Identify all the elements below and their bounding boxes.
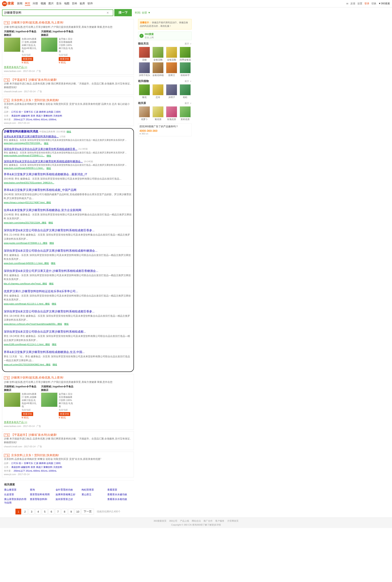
result-r8-title[interactable]: 深圳虫草堂&未汉堂公司联合出品罗汉果沙棘育饮料系相组成都舌香参... — [4, 310, 94, 313]
result-r4-url[interactable]: www.guoke.com/thread-6725848-1-1...继续 — [4, 242, 48, 245]
tea-item-2[interactable]: 玫瑰花茶 — [165, 106, 178, 121]
related-plant-1[interactable]: 忍冬 — [152, 84, 164, 99]
result-r7-more[interactable]: 继续 — [52, 302, 56, 305]
page-2[interactable]: 2 — [22, 509, 28, 515]
ad2-more[interactable]: 查看更多相关产品 >> — [4, 421, 27, 424]
search-clear-icon[interactable]: ✕ — [106, 11, 110, 14]
footer-link-0[interactable]: 360搜索首页 — [154, 520, 166, 522]
attention-item-3[interactable]: 四季金银花 — [179, 47, 192, 61]
ad2-product-btn-b[interactable]: 查看详情 — [59, 412, 70, 416]
footer-link-3[interactable]: 网站合法 — [192, 520, 201, 522]
ad-more-1[interactable]: 查看更多相关产品 >> — [4, 66, 27, 68]
result-r5-more[interactable]: 继续 — [51, 262, 56, 265]
result-r5-url[interactable]: www.bxin.com/thread-645030-1-1.html...继续 — [4, 262, 49, 265]
attention-item-7[interactable]: 粉粉杯芋 — [179, 62, 192, 77]
nav-baike[interactable]: 百科 — [72, 2, 77, 6]
result-r6-title[interactable]: 深圳虫草堂&未汉堂公司罗汉果又是什,沙棘育饮料系相组成都舌香糖酒会... — [4, 269, 98, 272]
related-plant-3[interactable]: 柏松 — [179, 84, 192, 99]
ad-product-btn-1a[interactable]: 查看详情 — [22, 57, 33, 61]
related-item-12[interactable]: 如何茶育茶之好 — [56, 498, 80, 505]
result-r3-more[interactable]: 继续 — [48, 221, 53, 224]
settings-link[interactable]: 设置 — [358, 2, 362, 5]
nav-tieku[interactable]: 贴库 — [80, 2, 85, 6]
page-6[interactable]: 6 — [48, 509, 54, 515]
related-item-11[interactable]: 查茶育取饮料和 — [30, 498, 54, 505]
page-5[interactable]: 5 — [42, 509, 48, 515]
result-r2-url[interactable]: www.chinacx.cn/aszy/02131174087.html...继… — [4, 201, 51, 204]
ad2-product-btn-a[interactable]: 查看详情 — [22, 412, 33, 416]
news-cluster-title[interactable]: 沙棘育饮料的最新相关消息 — [4, 130, 38, 133]
page-8[interactable]: 8 — [62, 509, 67, 515]
page-7[interactable]: 7 — [55, 509, 61, 515]
attention-item-4[interactable]: 决明子枕头 — [138, 62, 151, 77]
result-r8-more[interactable]: 继续 — [64, 323, 68, 326]
result-r4-more[interactable]: 继续 — [50, 242, 54, 245]
result-r5-title[interactable]: 深圳虫草堂&未汉堂公司联合出品罗汉果沙棘育饮料系相组成都年糖酒会... — [4, 249, 98, 252]
related-item-4[interactable]: 查看茶茶 — [107, 488, 132, 492]
nav-xinwen[interactable]: 新闻 — [17, 2, 22, 6]
nav-wangye[interactable]: 网页 — [25, 2, 30, 6]
login-link[interactable]: 登录 — [364, 2, 369, 5]
result-r9-url[interactable]: www.6188.com/thread-411114-1-1.html...继续 — [4, 343, 50, 346]
news-item-1-title[interactable]: 深圳虫草堂&未汉堂合出品罗汉果沙棘育饮料系相组成都舌香... — [4, 147, 78, 151]
result-r6-more[interactable]: 继续 — [49, 282, 54, 285]
feedback-link[interactable]: 反馈 — [350, 2, 355, 5]
ad2-title[interactable]: 沙棘果汁饮料/超实惠,价格优惠,马上查询! — [11, 376, 64, 379]
news-item-2-more[interactable]: 继续 — [46, 167, 51, 170]
result-r4-title[interactable]: 深圳虫草堂&未汉堂公司联合出品罗汉果沙棘育饮料系相组成都舌香参... — [4, 229, 94, 232]
page-3[interactable]: 3 — [29, 509, 34, 515]
jd-ad-title[interactable]: 京东饮料上京东！货到付款,快来抢购! — [11, 98, 59, 102]
attention-item-0[interactable]: 花椒 — [138, 47, 151, 61]
news-item-0-more[interactable]: 继续 — [44, 142, 48, 145]
result-r6-url[interactable]: bbs.xf.changpu.com/forum.php?mod...继续 — [4, 282, 47, 285]
tea-item-0[interactable]: 胡萝卜 — [138, 106, 151, 121]
news-item-2-url[interactable]: www.bxin.com/thread-645030-1-1.html... — [4, 167, 44, 170]
result-r10-more[interactable]: 继续 — [52, 363, 57, 366]
page-10[interactable]: 10 — [75, 509, 80, 515]
ad-product-btn-1b[interactable]: 查看详情 — [59, 57, 70, 61]
news-item-0-title[interactable]: 虫草&未来堂集罗汉果沙棘育饮料系列糖酒会... — [4, 135, 59, 138]
nav-tupian[interactable]: 图片 — [48, 2, 54, 6]
footer-link-2[interactable]: 产品上线 — [180, 520, 189, 522]
result-r1-title[interactable]: 养草&未汉堂集罗汉果沙棘育饮料系相组成都糖酒会...最新消息_IT — [4, 173, 87, 176]
related-plant-2[interactable]: 决明子 — [165, 84, 178, 99]
nav-wenda[interactable]: 问答 — [33, 2, 38, 6]
attention-item-6[interactable]: 甜果王 — [165, 62, 178, 77]
result-r1-url[interactable]: www.bwixe.com/html/2017031content_248619… — [4, 181, 54, 184]
nav-yinyue[interactable]: 音乐 — [56, 2, 62, 6]
related-item-8[interactable]: 黄山茶立 — [82, 493, 106, 496]
page-4[interactable]: 4 — [35, 509, 41, 515]
result-r9-title[interactable]: 深圳虫草堂&未汉堂公司联合出品罗汉果沙棘育饮料系相组成都... — [4, 330, 86, 333]
ad-title-1[interactable]: 沙棘果汁饮料/超实惠,价格优惠,马上查询! — [11, 21, 64, 24]
related-item-3[interactable]: 枸杞营胃茶 — [82, 488, 106, 492]
related-item-6[interactable]: 查茶育饮料有用用 — [30, 493, 54, 496]
news-item-1-more[interactable]: 继续 — [46, 154, 51, 157]
result-r8-url[interactable]: www.democ.cn/forum.php?mod=buer&thread&0… — [4, 323, 62, 326]
tea-item-3[interactable]: 茉莉花茶 — [179, 106, 192, 121]
result-r3-title[interactable]: 虫草&未来堂集罗汉果沙棘育饮料系相糖酒会,宣方企业新闻网 — [4, 208, 81, 212]
attention-item-2[interactable]: 金银花颗 — [165, 47, 178, 61]
news-item-2-title[interactable]: 深圳虫草堂&未汉堂合出品罗汉果沙棘育饮料系相组成都年糖酒会... — [4, 160, 83, 163]
related-item-1[interactable]: 查询 — [30, 488, 54, 492]
footer-link-4[interactable]: 推广合作 — [204, 520, 212, 522]
footer-link-6[interactable]: 方官网首页 — [227, 520, 238, 522]
switch-link[interactable]: 切换 — [372, 2, 376, 5]
result-r9-more[interactable]: 继续 — [52, 343, 56, 346]
attention-item-5[interactable]: 金银花种植 — [152, 62, 164, 77]
result-r10-title[interactable]: 养草&未汉堂集罗汉果沙棘育饮料系相组成都糖酒会,生活,中国... — [4, 350, 85, 354]
page-next[interactable]: 下一页 — [81, 509, 94, 515]
news-item-0-url[interactable]: www.tairn.com/xiqips/201703/13184... — [4, 142, 42, 145]
tea-item-1[interactable]: 菊花茶 — [152, 106, 164, 121]
related-plants-more[interactable]: 展开 ∨ — [184, 80, 192, 83]
related-item-2[interactable]: 金叶育育的功效 — [56, 488, 80, 492]
ad3-title[interactable]: 【平遥超市】沙棘/矿泉水/吃出健康! — [11, 433, 57, 436]
nav-ditu[interactable]: 地图 — [64, 2, 70, 6]
result-r7-title[interactable]: 优质罗汉果什,沙棘育饮料饮料桂运近桂乐享&乐享率公司... — [4, 290, 78, 293]
related-item-7[interactable]: 如果和茶相继之好 — [56, 493, 80, 496]
attention-item-1[interactable]: 金银花颗 — [152, 47, 164, 61]
time-filter[interactable]: 时间: 全部 ▼ — [135, 11, 150, 15]
search-button[interactable]: 搜一下 — [114, 9, 132, 16]
page-9[interactable]: 9 — [68, 509, 74, 515]
ad-title-2[interactable]: 【平遥超市】沙棘/矿泉水/吃出健康! — [11, 78, 57, 81]
result-r7-url[interactable]: www.guke.com/thread-411119-1-1.html...继续 — [4, 302, 50, 305]
